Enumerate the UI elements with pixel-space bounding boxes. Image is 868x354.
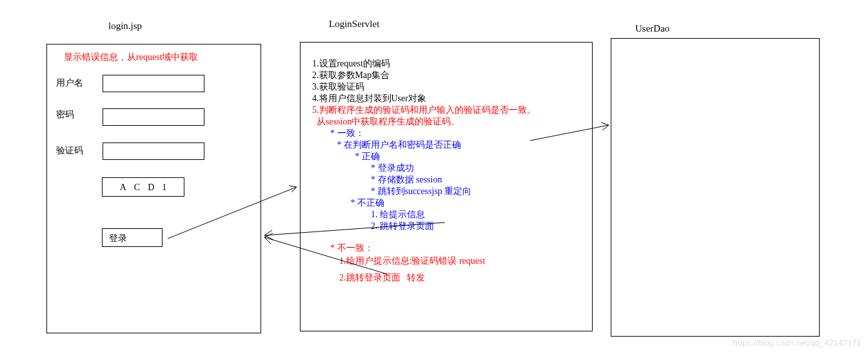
username-row: 用户名	[56, 75, 204, 92]
servlet-step-3: 3.获取验证码	[312, 81, 364, 93]
servlet-branch-incorrect: * 不正确	[312, 197, 384, 209]
servlet-incorrect-msg: 1. 给提示信息	[312, 209, 425, 221]
username-input[interactable]	[103, 75, 204, 92]
servlet-step-2: 2.获取参数Map集合	[312, 70, 390, 81]
servlet-step-5: 5.判断程序生成的验证码和用户输入的验证码是否一致。	[312, 104, 536, 116]
servlet-branch-correct: * 正确	[312, 151, 380, 162]
captcha-input[interactable]	[103, 143, 204, 160]
password-row: 密码	[56, 105, 204, 126]
captcha-row: 验证码	[56, 143, 204, 160]
servlet-redirect: * 跳转到successjsp 重定向	[312, 186, 471, 197]
servlet-incorrect-jump: 2. 跳转登录页面	[312, 221, 434, 232]
login-button[interactable]: 登录	[102, 228, 163, 247]
servlet-store-session: * 存储数据 session	[312, 174, 442, 186]
title-userdao: UserDao	[635, 23, 669, 34]
password-label: 密码	[56, 109, 100, 121]
captcha-image: ACD1	[102, 177, 184, 197]
servlet-step-5b: 从session中获取程序生成的验证码。	[312, 116, 460, 128]
servlet-check-userpass: * 在判断用户名和密码是否正确	[312, 139, 461, 151]
servlet-step-4: 4.将用户信息封装到User对象	[312, 93, 426, 104]
userdao-box	[611, 38, 820, 337]
servlet-step-1: 1.设置request的编码	[312, 58, 390, 70]
login-jsp-box: 显示错误信息，从request域中获取 用户名 密码 验证码 ACD1 登录	[46, 44, 261, 333]
captcha-label: 验证码	[56, 145, 100, 157]
servlet-notmatch-msg: 1.给用户提示信息:验证码错误 request	[312, 255, 485, 267]
login-servlet-box: 1.设置request的编码 2.获取参数Map集合 3.获取验证码 4.将用户…	[300, 42, 593, 331]
servlet-login-success: * 登录成功	[312, 162, 414, 174]
servlet-branch-match: * 一致：	[312, 128, 364, 139]
error-message-text: 显示错误信息，从request域中获取	[64, 52, 198, 63]
servlet-branch-notmatch: * 不一致：	[312, 242, 373, 254]
title-login: login.jsp	[108, 21, 142, 32]
servlet-notmatch-forward: 2.跳转登录页面 转发	[312, 272, 425, 284]
username-label: 用户名	[56, 77, 100, 89]
watermark-text: https://blog.csdn.net/qq_42147171	[733, 338, 862, 348]
title-servlet: LoginServlet	[329, 19, 379, 30]
password-input[interactable]	[103, 108, 204, 126]
